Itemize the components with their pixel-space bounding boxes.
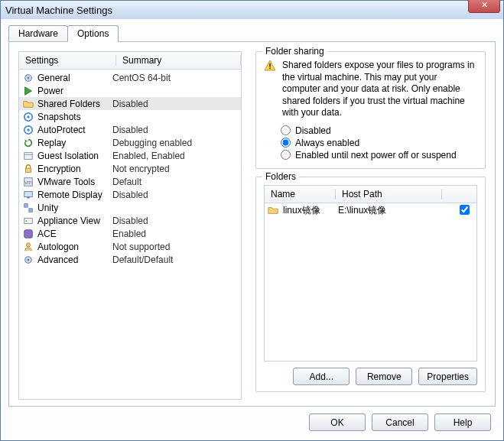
settings-row-snapshots[interactable]: Snapshots [19,110,241,123]
close-button[interactable]: ✕ [468,0,500,13]
folder-row[interactable]: linux镜像E:\linux镜像 [265,203,476,219]
col-header-summary[interactable]: Summary [116,55,241,66]
warning-text: Shared folders expose your files to prog… [282,60,477,119]
settings-row-vmware-tools[interactable]: vmVMware ToolsDefault [19,175,241,188]
settings-row-label: AutoProtect [37,125,112,135]
settings-row-shared-folders[interactable]: Shared FoldersDisabled [19,97,241,110]
folders-buttons: Add... Remove Properties [264,368,477,385]
settings-list-body: GeneralCentOS 64-bitPowerShared FoldersD… [19,70,241,268]
settings-row-label: Guest Isolation [37,151,112,161]
help-button[interactable]: Help [434,413,491,431]
radio-always-label: Always enabled [295,138,359,148]
settings-row-guest-isolation[interactable]: Guest IsolationEnabled, Enabled [19,149,241,162]
replay-icon [22,137,34,149]
settings-row-autoprotect[interactable]: AutoProtectDisabled [19,123,241,136]
svg-point-6 [27,128,30,131]
folder-icon [22,98,34,110]
settings-row-label: Snapshots [37,112,112,122]
folder-path: E:\linux镜像 [338,204,455,217]
appliance-icon [22,215,34,227]
svg-marker-7 [25,139,28,142]
settings-row-label: VMware Tools [37,177,112,187]
body: Hardware Options Settings Summary Genera… [1,19,503,440]
tab-hardware[interactable]: Hardware [8,25,68,41]
radio-disabled-input[interactable] [281,125,291,135]
settings-row-summary: CentOS 64-bit [112,73,171,83]
radio-always[interactable]: Always enabled [264,138,477,148]
user-icon [22,241,34,253]
radio-always-input[interactable] [281,138,291,148]
folder-enabled-checkbox[interactable] [455,205,473,217]
settings-row-appliance-view[interactable]: Appliance ViewDisabled [19,214,241,227]
play-icon [22,85,34,97]
folders-legend: Folders [262,171,299,182]
svg-point-20 [26,242,30,246]
settings-row-label: Encryption [37,164,112,174]
radio-until-input[interactable] [281,150,291,160]
svg-text:vm: vm [24,179,32,184]
add-button[interactable]: Add... [293,368,350,385]
svg-rect-8 [24,152,33,159]
warning-row: Shared folders expose your files to prog… [264,60,477,119]
svg-point-4 [27,115,30,118]
window-title: Virtual Machine Settings [5,5,499,16]
tools-icon: vm [22,176,34,188]
col-header-path[interactable]: Host Path [336,189,442,199]
svg-rect-13 [24,191,33,196]
tab-options[interactable]: Options [67,25,119,41]
properties-button[interactable]: Properties [418,368,477,385]
svg-marker-2 [25,86,32,95]
settings-row-summary: Default/Default [112,255,173,265]
settings-row-label: General [37,73,112,83]
settings-row-label: Unity [37,203,112,213]
display-icon [22,189,34,201]
svg-rect-14 [27,196,30,198]
settings-row-remote-display[interactable]: Remote DisplayDisabled [19,188,241,201]
settings-row-label: Remote Display [37,190,112,200]
col-header-settings[interactable]: Settings [19,55,116,66]
settings-row-summary: Default [112,177,141,187]
svg-rect-15 [24,203,28,206]
remove-button[interactable]: Remove [356,368,412,385]
radio-until[interactable]: Enabled until next power off or suspend [264,150,477,161]
col-header-name[interactable]: Name [265,189,336,199]
settings-row-ace[interactable]: ACEEnabled [19,227,241,240]
cancel-button[interactable]: Cancel [372,413,428,431]
isolation-icon [22,150,34,162]
settings-row-label: Shared Folders [37,99,112,109]
settings-row-advanced[interactable]: AdvancedDefault/Default [19,253,241,266]
window: Virtual Machine Settings ✕ Hardware Opti… [0,0,504,441]
settings-row-power[interactable]: Power [19,84,241,97]
unity-icon [22,202,34,214]
right-pane: Folder sharing Shared folders expose you… [255,51,486,400]
dialog-buttons: OK Cancel Help [309,413,491,431]
svg-rect-16 [29,208,32,211]
folder-name: linux镜像 [283,204,338,217]
settings-list-header: Settings Summary [19,52,241,70]
settings-row-label: Replay [37,138,112,148]
settings-row-unity[interactable]: Unity [19,201,241,214]
folders-list-body: linux镜像E:\linux镜像 [265,203,476,219]
settings-row-label: Advanced [37,255,112,265]
svg-rect-24 [269,63,271,67]
settings-row-summary: Enabled [112,229,146,239]
radio-disabled-label: Disabled [295,125,331,136]
svg-rect-17 [24,218,33,223]
settings-list: Settings Summary GeneralCentOS 64-bitPow… [18,51,242,400]
snapshot-icon [22,111,34,123]
gear-icon [22,254,34,266]
folder-sharing-legend: Folder sharing [262,46,327,57]
titlebar: Virtual Machine Settings ✕ [1,1,503,20]
settings-row-replay[interactable]: ReplayDebugging enabled [19,136,241,149]
radio-disabled[interactable]: Disabled [264,125,477,136]
settings-row-encryption[interactable]: EncryptionNot encrypted [19,162,241,175]
folder-sharing-group: Folder sharing Shared folders expose you… [255,51,486,169]
ace-icon [22,228,34,240]
ok-button[interactable]: OK [309,413,366,431]
settings-row-general[interactable]: GeneralCentOS 64-bit [19,71,241,84]
snapshot-icon [22,124,34,136]
svg-rect-19 [24,229,33,238]
svg-point-1 [28,76,30,79]
settings-row-autologon[interactable]: AutologonNot supported [19,240,241,253]
settings-row-label: Autologon [37,242,112,252]
